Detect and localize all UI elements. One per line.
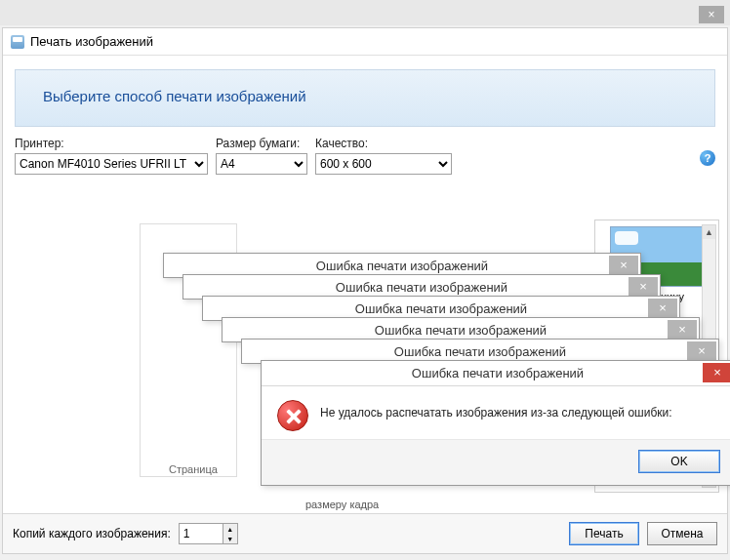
error-close-button[interactable]: × bbox=[668, 320, 697, 340]
copies-input[interactable] bbox=[180, 524, 223, 543]
printer-field: Принтер: Canon MF4010 Series UFRII LT bbox=[15, 137, 208, 175]
paper-size-select[interactable]: A4 bbox=[216, 153, 307, 175]
copies-down-button[interactable]: ▼ bbox=[223, 534, 237, 543]
dialog-titlebar: Печать изображений bbox=[3, 28, 727, 56]
error-icon bbox=[277, 400, 308, 431]
print-button[interactable]: Печать bbox=[569, 522, 639, 545]
paper-size-label: Размер бумаги: bbox=[216, 137, 307, 150]
help-icon[interactable]: ? bbox=[700, 150, 715, 166]
printer-select[interactable]: Canon MF4010 Series UFRII LT bbox=[15, 153, 208, 175]
parent-window-chrome: × bbox=[0, 0, 730, 25]
quality-field: Качество: 600 x 600 bbox=[315, 137, 452, 175]
error-close-button[interactable]: × bbox=[703, 363, 730, 382]
copies-up-button[interactable]: ▲ bbox=[223, 524, 237, 534]
error-body: Не удалось распечатать изображения из-за… bbox=[262, 386, 730, 439]
settings-row: Принтер: Canon MF4010 Series UFRII LT Ра… bbox=[3, 127, 727, 182]
error-title: Ошибка печати изображений × bbox=[262, 361, 730, 386]
ok-button[interactable]: OK bbox=[638, 450, 720, 473]
dialog-footer: Копий каждого изображения: ▲ ▼ Печать От… bbox=[3, 513, 727, 553]
parent-close-button[interactable]: × bbox=[699, 6, 724, 23]
dialog-title: Печать изображений bbox=[30, 34, 153, 49]
page-label: Страница bbox=[169, 463, 218, 475]
error-close-button[interactable]: × bbox=[609, 256, 638, 275]
error-close-button[interactable]: × bbox=[629, 277, 658, 297]
error-dialog-top: Ошибка печати изображений × Не удалось р… bbox=[261, 360, 730, 486]
error-button-row: OK bbox=[262, 439, 730, 485]
copies-spinner[interactable]: ▲ ▼ bbox=[179, 523, 238, 544]
cancel-button[interactable]: Отмена bbox=[647, 522, 717, 545]
quality-select[interactable]: 600 x 600 bbox=[315, 153, 452, 175]
printer-label: Принтер: bbox=[15, 137, 208, 150]
error-close-button[interactable]: × bbox=[687, 341, 716, 361]
error-message: Не удалось распечатать изображения из-за… bbox=[320, 400, 672, 420]
instruction-banner: Выберите способ печати изображений bbox=[15, 69, 715, 127]
scroll-up-icon[interactable]: ▲ bbox=[703, 225, 715, 239]
fit-to-frame-label: размеру кадра bbox=[305, 499, 379, 510]
print-pictures-dialog: Печать изображений Выберите способ печат… bbox=[2, 27, 728, 554]
error-close-button[interactable]: × bbox=[648, 299, 677, 318]
paper-field: Размер бумаги: A4 bbox=[216, 137, 307, 175]
quality-label: Качество: bbox=[315, 137, 452, 150]
copies-label: Копий каждого изображения: bbox=[13, 527, 171, 540]
printer-icon bbox=[11, 35, 24, 49]
